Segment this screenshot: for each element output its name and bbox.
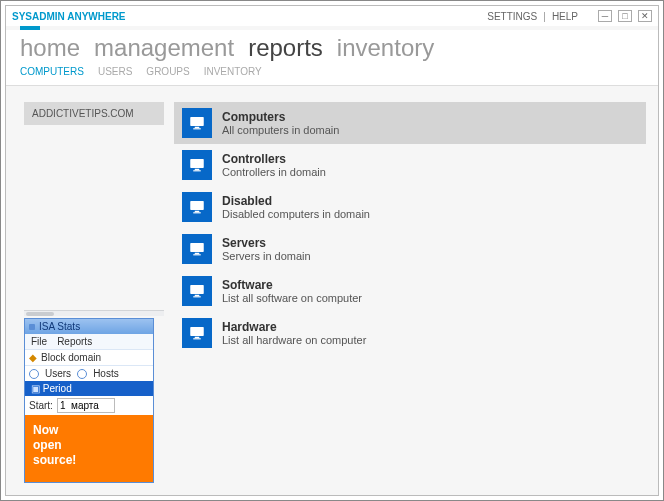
- subnav-computers[interactable]: COMPUTERS: [20, 66, 84, 77]
- computer-icon: [182, 318, 212, 348]
- help-link[interactable]: HELP: [552, 11, 578, 22]
- svg-rect-4: [195, 169, 200, 171]
- promo-start-row: Start:: [25, 396, 153, 415]
- promo-icon: [29, 324, 35, 330]
- ad-scrollbar[interactable]: [24, 310, 164, 316]
- nav-home[interactable]: home: [20, 34, 80, 62]
- nav-management[interactable]: management: [94, 34, 234, 62]
- report-title: Computers: [222, 110, 339, 124]
- user-icon: [29, 369, 39, 379]
- svg-rect-6: [190, 201, 204, 210]
- report-hardware[interactable]: Hardware List all hardware on computer: [174, 312, 646, 354]
- title-bar: SYSADMIN ANYWHERE SETTINGS | HELP ─ □ ✕: [6, 6, 658, 26]
- report-computers[interactable]: Computers All computers in domain: [174, 102, 646, 144]
- promo-menu-reports[interactable]: Reports: [57, 336, 92, 347]
- svg-rect-1: [195, 127, 200, 129]
- promo-tab-hosts[interactable]: Hosts: [93, 368, 119, 379]
- svg-rect-8: [193, 212, 201, 213]
- report-title: Hardware: [222, 320, 366, 334]
- computer-icon: [182, 108, 212, 138]
- subnav-groups[interactable]: GROUPS: [146, 66, 189, 77]
- computer-icon: [182, 276, 212, 306]
- svg-rect-13: [195, 295, 200, 297]
- report-disabled[interactable]: Disabled Disabled computers in domain: [174, 186, 646, 228]
- svg-rect-12: [190, 285, 204, 294]
- top-nav: home management reports inventory: [6, 30, 658, 62]
- svg-rect-15: [190, 327, 204, 336]
- minimize-button[interactable]: ─: [598, 10, 612, 22]
- report-desc: List all hardware on computer: [222, 334, 366, 346]
- nav-inventory[interactable]: inventory: [337, 34, 434, 62]
- svg-rect-2: [193, 128, 201, 129]
- report-desc: List all software on computer: [222, 292, 362, 304]
- promo-title: ISA Stats: [39, 321, 80, 332]
- report-desc: Controllers in domain: [222, 166, 326, 178]
- report-desc: Servers in domain: [222, 250, 311, 262]
- svg-rect-5: [193, 170, 201, 171]
- subnav-users[interactable]: USERS: [98, 66, 132, 77]
- subnav-inventory[interactable]: INVENTORY: [204, 66, 262, 77]
- svg-rect-11: [193, 254, 201, 255]
- maximize-button[interactable]: □: [618, 10, 632, 22]
- promo-menu-file[interactable]: File: [31, 336, 47, 347]
- report-title: Disabled: [222, 194, 370, 208]
- report-desc: Disabled computers in domain: [222, 208, 370, 220]
- close-button[interactable]: ✕: [638, 10, 652, 22]
- sub-nav: COMPUTERS USERS GROUPS INVENTORY: [6, 62, 658, 86]
- report-controllers[interactable]: Controllers Controllers in domain: [174, 144, 646, 186]
- promo-header: ISA Stats: [25, 319, 153, 334]
- report-desc: All computers in domain: [222, 124, 339, 136]
- report-servers[interactable]: Servers Servers in domain: [174, 228, 646, 270]
- report-title: Software: [222, 278, 362, 292]
- promo-tabs: Users Hosts: [25, 365, 153, 381]
- svg-rect-14: [193, 296, 201, 297]
- report-software[interactable]: Software List all software on computer: [174, 270, 646, 312]
- host-icon: [77, 369, 87, 379]
- computer-icon: [182, 234, 212, 264]
- promo-start-input[interactable]: [57, 398, 115, 413]
- nav-reports[interactable]: reports: [248, 34, 323, 62]
- app-title: SYSADMIN ANYWHERE: [12, 11, 126, 22]
- svg-rect-3: [190, 159, 204, 168]
- promo-banner[interactable]: Now open source!: [25, 415, 153, 482]
- svg-rect-0: [190, 117, 204, 126]
- svg-rect-10: [195, 253, 200, 255]
- svg-rect-16: [195, 337, 200, 339]
- promo-start-label: Start:: [29, 400, 53, 411]
- report-title: Servers: [222, 236, 311, 250]
- svg-rect-7: [195, 211, 200, 213]
- svg-rect-17: [193, 338, 201, 339]
- settings-link[interactable]: SETTINGS: [487, 11, 537, 22]
- promo-block-domain[interactable]: ◆ Block domain: [25, 349, 153, 365]
- promo-tab-users[interactable]: Users: [45, 368, 71, 379]
- promo-period[interactable]: ▣ Period: [25, 381, 153, 396]
- promo-menu: File Reports: [25, 334, 153, 349]
- domain-box[interactable]: ADDICTIVETIPS.COM: [24, 102, 164, 125]
- reports-list: Computers All computers in domain Contro…: [174, 102, 646, 483]
- report-title: Controllers: [222, 152, 326, 166]
- promo-panel: ISA Stats File Reports ◆ Block domain: [24, 318, 154, 483]
- computer-icon: [182, 150, 212, 180]
- computer-icon: [182, 192, 212, 222]
- separator: |: [543, 11, 546, 22]
- svg-rect-9: [190, 243, 204, 252]
- tag-icon: ◆: [29, 352, 37, 363]
